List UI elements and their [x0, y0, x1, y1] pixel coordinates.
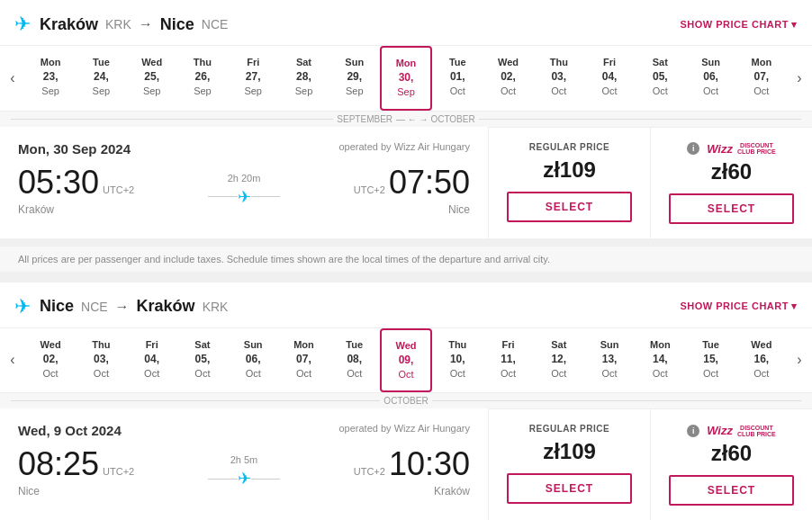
- route-arrow-outbound: →: [139, 16, 153, 32]
- inbound-departure-utc: UTC+2: [103, 466, 134, 477]
- date-item[interactable]: Fri 04, Oct: [127, 328, 177, 393]
- date-item[interactable]: Mon 07, Oct: [278, 328, 329, 393]
- inbound-operated-by: operated by Wizz Air Hungary: [338, 423, 470, 434]
- date-item[interactable]: Mon 30, Sep: [380, 46, 432, 111]
- date-item[interactable]: Thu 03, Oct: [76, 328, 126, 393]
- inbound-arrival-time: 10:30: [389, 445, 470, 483]
- outbound-route-header: ✈ Kraków KRK → Nice NCE SHOW PRICE CHART…: [0, 0, 812, 46]
- inbound-prices-section: REGULAR PRICE zł109 SELECT i Wizz DISCOU…: [488, 408, 812, 520]
- discount-club-text-inbound: DISCOUNT CLUB PRICE: [737, 425, 776, 437]
- outbound-to-code: NCE: [202, 17, 229, 31]
- inbound-club-price-col: i Wizz DISCOUNT CLUB PRICE zł60 SELECT: [650, 409, 812, 520]
- inbound-arrival-info: UTC+2 10:30 Kraków: [298, 445, 470, 498]
- outbound-regular-label: REGULAR PRICE: [507, 142, 632, 152]
- date-item[interactable]: Tue 15, Oct: [685, 328, 735, 393]
- date-item[interactable]: Tue 24, Sep: [76, 46, 126, 111]
- date-item[interactable]: Wed 09, Oct: [380, 328, 432, 393]
- date-item[interactable]: Thu 10, Oct: [432, 328, 483, 393]
- inbound-arrival-time-block: UTC+2 10:30: [298, 445, 470, 483]
- date-item[interactable]: Fri 27, Sep: [228, 46, 278, 111]
- inbound-flight-date: Wed, 9 Oct 2024: [18, 423, 122, 438]
- outbound-arrival-info: UTC+2 07:50 Nice: [298, 164, 470, 216]
- route-arrow-inbound: →: [115, 299, 130, 315]
- inbound-route-cities: Nice NCE → Kraków KRK: [40, 297, 228, 316]
- date-item[interactable]: Tue 08, Oct: [329, 328, 380, 393]
- outbound-arrival-time-block: UTC+2 07:50: [298, 164, 470, 202]
- date-item[interactable]: Fri 04, Oct: [584, 46, 635, 111]
- date-item[interactable]: Sun 13, Oct: [584, 328, 635, 393]
- outbound-duration: 2h 20m: [228, 173, 261, 184]
- outbound-club-select[interactable]: SELECT: [669, 193, 794, 224]
- date-item[interactable]: Wed 02, Oct: [483, 46, 533, 111]
- show-price-chart-outbound[interactable]: SHOW PRICE CHART ▾: [680, 19, 798, 31]
- outbound-times-row: 05:30 UTC+2 Kraków 2h 20m ✈ UTC+2: [18, 164, 470, 216]
- outbound-route-cities: Kraków KRK → Nice NCE: [40, 15, 228, 34]
- date-item[interactable]: Sat 12, Oct: [534, 328, 584, 393]
- inbound-regular-select[interactable]: SELECT: [507, 473, 632, 504]
- inbound-times-row: 08:25 UTC+2 Nice 2h 5m ✈ UTC+2: [18, 445, 470, 498]
- outbound-club-price: zł60: [669, 159, 794, 184]
- outbound-month-divider: SEPTEMBER — ← → OCTOBER: [0, 111, 812, 127]
- outbound-route-left: ✈ Kraków KRK → Nice NCE: [14, 13, 228, 36]
- inbound-arrival-utc: UTC+2: [354, 466, 385, 477]
- date-item[interactable]: Mon 07, Oct: [736, 46, 787, 111]
- inbound-prev-arrow[interactable]: ‹: [0, 335, 25, 385]
- info-icon-inbound: i: [687, 425, 699, 437]
- inbound-regular-price: zł109: [507, 439, 632, 464]
- inbound-club-label: i Wizz DISCOUNT CLUB PRICE: [669, 424, 794, 437]
- plane-mid-outbound: ✈: [238, 187, 251, 207]
- date-item[interactable]: Wed 02, Oct: [25, 328, 76, 393]
- date-item[interactable]: Sat 28, Sep: [278, 46, 329, 111]
- inbound-regular-price-col: REGULAR PRICE zł109 SELECT: [488, 409, 650, 520]
- inbound-departure-time: 08:25: [18, 445, 99, 483]
- outbound-date-slider: ‹ Mon 23, Sep Tue 24, Sep Wed 25, Sep Th…: [0, 46, 812, 111]
- plane-icon-inbound: ✈: [14, 295, 31, 318]
- date-item[interactable]: Wed 16, Oct: [736, 328, 787, 393]
- date-item[interactable]: Thu 03, Oct: [534, 46, 584, 111]
- inbound-month-divider: OCTOBER: [0, 392, 812, 408]
- inbound-next-arrow[interactable]: ›: [787, 335, 812, 385]
- outbound-prev-arrow[interactable]: ‹: [0, 53, 25, 103]
- inbound-line-right: [251, 479, 281, 480]
- inbound-club-select[interactable]: SELECT: [669, 475, 794, 506]
- outbound-flight-main: Mon, 30 Sep 2024 operated by Wizz Air Hu…: [0, 127, 812, 238]
- inbound-flight-main: Wed, 9 Oct 2024 operated by Wizz Air Hun…: [0, 408, 812, 520]
- outbound-arrival-city: Nice: [298, 203, 470, 216]
- outbound-regular-price-col: REGULAR PRICE zł109 SELECT: [488, 128, 650, 238]
- inbound-to-city: Kraków: [137, 297, 195, 316]
- date-item[interactable]: Sun 06, Oct: [685, 46, 735, 111]
- section-gap: [0, 272, 812, 282]
- date-item[interactable]: Sat 05, Oct: [635, 46, 685, 111]
- date-item[interactable]: Sun 29, Sep: [329, 46, 380, 111]
- wizz-logo-inbound: Wizz: [707, 424, 733, 437]
- inbound-flight-left: Wed, 9 Oct 2024 operated by Wizz Air Hun…: [0, 408, 488, 520]
- inbound-departure-city: Nice: [18, 485, 190, 498]
- date-item[interactable]: Fri 11, Oct: [483, 328, 533, 393]
- inbound-duration: 2h 5m: [230, 454, 258, 465]
- outbound-departure-utc: UTC+2: [103, 184, 134, 195]
- date-item[interactable]: Mon 14, Oct: [635, 328, 685, 393]
- inbound-date-slider: ‹ Wed 02, Oct Thu 03, Oct Fri 04, Oct Sa…: [0, 328, 812, 393]
- outbound-flight-middle: 2h 20m ✈: [190, 173, 298, 207]
- outbound-regular-select[interactable]: SELECT: [507, 192, 632, 222]
- outbound-to-city: Nice: [160, 15, 194, 34]
- wizz-logo-outbound: Wizz: [707, 142, 733, 156]
- date-item[interactable]: Sun 06, Oct: [228, 328, 278, 393]
- outbound-flight-line: ✈: [208, 187, 280, 207]
- outbound-from-city: Kraków: [40, 15, 98, 34]
- date-item[interactable]: Sat 05, Oct: [177, 328, 228, 393]
- inbound-departure-info: 08:25 UTC+2 Nice: [18, 445, 190, 498]
- date-item[interactable]: Tue 01, Oct: [432, 46, 483, 111]
- show-price-chart-inbound[interactable]: SHOW PRICE CHART ▾: [680, 300, 798, 312]
- outbound-next-arrow[interactable]: ›: [787, 53, 812, 103]
- inbound-from-code: NCE: [81, 300, 108, 314]
- plane-mid-inbound: ✈: [238, 469, 251, 489]
- inbound-flight-line: ✈: [208, 469, 280, 489]
- outbound-from-code: KRK: [105, 17, 131, 31]
- inbound-dates-container: Wed 02, Oct Thu 03, Oct Fri 04, Oct Sat …: [25, 328, 787, 393]
- date-item[interactable]: Wed 25, Sep: [127, 46, 177, 111]
- outbound-flight-date: Mon, 30 Sep 2024: [18, 141, 131, 157]
- inbound-to-code: KRK: [203, 300, 229, 314]
- date-item[interactable]: Mon 23, Sep: [25, 46, 76, 111]
- date-item[interactable]: Thu 26, Sep: [177, 46, 228, 111]
